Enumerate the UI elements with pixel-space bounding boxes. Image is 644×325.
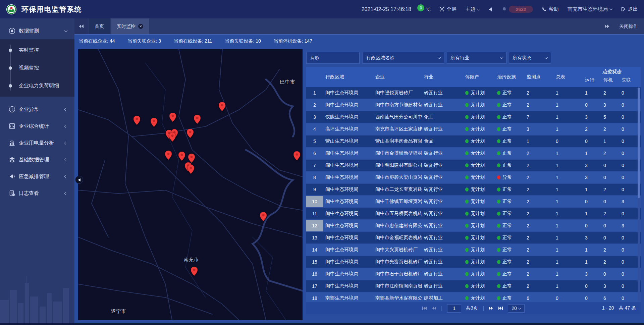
- table-row[interactable]: 2阆中生态环境局阆中市南方节能建材有砖瓦行业无计划正常21030: [306, 99, 641, 111]
- cell-text: 0: [603, 175, 606, 180]
- map-pin[interactable]: [169, 113, 176, 122]
- stats-bar: 当前在线企业:44当前失联企业:3当前在线设备:211当前失联设备:10当前停机…: [74, 34, 644, 48]
- table-row[interactable]: 1阆中生态环境局阆中强锐页岩砖厂砖瓦行业无计划正常21120: [306, 87, 641, 99]
- table-row[interactable]: 11阆中生态环境局阆中市五马桥页岩机砖砖瓦行业无计划正常21120: [306, 208, 641, 220]
- cell-text: 正常: [502, 199, 512, 205]
- cell-text: 无计划: [471, 150, 485, 156]
- cell-region: 阆中生态环境局: [323, 208, 373, 219]
- prev-page-button[interactable]: [432, 306, 436, 310]
- map-pin[interactable]: [165, 151, 172, 160]
- bullet-dot-icon: [9, 49, 12, 52]
- cell-run: 1: [583, 244, 601, 256]
- map-pin[interactable]: [260, 212, 267, 221]
- cell-n: 9: [306, 184, 323, 195]
- cell-n: 14: [306, 244, 323, 256]
- logout-button[interactable]: 退出: [621, 6, 638, 12]
- sidebar-item-power-analysis[interactable]: 企业用电量分析: [0, 134, 74, 151]
- tab-close-icon[interactable]: ✕: [138, 24, 143, 29]
- sidebar-item-enterprise-stats[interactable]: 企业综合统计: [0, 118, 74, 134]
- cell-text: 无计划: [471, 259, 485, 265]
- speaker-muted-icon[interactable]: [488, 7, 493, 12]
- map-pin[interactable]: [178, 152, 185, 161]
- help-button[interactable]: 帮助: [542, 6, 559, 12]
- cell-text: 2: [603, 211, 606, 216]
- cell-n: 1: [306, 87, 323, 99]
- fullscreen-button[interactable]: 全屏: [439, 6, 457, 12]
- next-page-button[interactable]: [489, 306, 493, 310]
- first-page-button[interactable]: [422, 306, 427, 310]
- table-row[interactable]: 4高坪生态环境局南充市高坪区王家店建砖瓦行业无计划正常31220: [306, 123, 641, 136]
- page-input[interactable]: [447, 304, 461, 313]
- table-row[interactable]: 10阆中生态环境局阆中千佛镇五郎垭页岩砖瓦行业无计划正常21003: [306, 196, 641, 208]
- scrollbar-thumb[interactable]: [638, 88, 640, 198]
- table-row[interactable]: 8阆中生态环境局阆中市枣碧大梁山页岩砖瓦行业无计划异常21300: [306, 172, 641, 184]
- tab-realtime-monitor[interactable]: 实时监控✕: [111, 18, 149, 34]
- tab-home[interactable]: 首页: [89, 18, 110, 34]
- cell-text: 1: [585, 259, 588, 265]
- cell-limit: 无计划: [463, 123, 495, 135]
- sidebar-item-video-monitor[interactable]: 视频监控: [0, 59, 74, 77]
- table-scrollbar[interactable]: [638, 88, 640, 302]
- cell-monitor: 2: [525, 220, 554, 231]
- sidebar-item-enterprise-abnormal[interactable]: 企业异常: [0, 101, 74, 118]
- map-pin[interactable]: [188, 154, 195, 163]
- table-row[interactable]: 12阆中生态环境局阆中市忠信建材有限公砖瓦行业无计划正常21003: [306, 220, 641, 232]
- sidebar-item-log-view[interactable]: 日志查看: [0, 185, 74, 202]
- table-row[interactable]: 15阆中生态环境局阆中市光富页岩机砖厂砖瓦行业无计划正常21120: [306, 256, 641, 268]
- theme-dropdown[interactable]: 主题: [465, 6, 480, 12]
- sidebar-submenu: 实时监控视频监控企业电力负荷明细: [0, 39, 74, 97]
- map-pin[interactable]: [187, 165, 194, 174]
- cell-text: 0: [603, 235, 606, 240]
- notification-button[interactable]: 2632: [502, 6, 533, 13]
- map-pin[interactable]: [133, 116, 140, 125]
- map-pin[interactable]: [151, 118, 157, 127]
- app-root: 环保用电监管系统 2021-02-25 17:46:18 0 ℃ 全屏 主题: [0, 0, 644, 325]
- close-operations-button[interactable]: 关闭操作: [619, 23, 638, 30]
- sidebar-item-base-data[interactable]: 基础数据管理: [0, 151, 74, 168]
- cell-company: 阆中大兴页岩机砖厂: [373, 244, 422, 256]
- cell-company: 阆中市金博瑞新型墙材: [373, 148, 422, 159]
- sidebar-item-power-load-detail[interactable]: 企业电力负荷明细: [0, 77, 74, 95]
- sidebar-item-label: 应急减排管理: [19, 173, 49, 180]
- table-row[interactable]: 13阆中生态环境局阆中市金福旺页岩机砖砖瓦行业无计划正常21300: [306, 232, 641, 244]
- table-row[interactable]: 16阆中生态环境局阆中市石子页岩机砖厂砖瓦行业无计划正常21300: [306, 268, 641, 280]
- cell-text: 1: [556, 211, 558, 216]
- industry-select[interactable]: 所有行业: [447, 52, 506, 64]
- region-select[interactable]: 行政区域名称: [363, 52, 444, 64]
- sidebar-item-data-monitoring[interactable]: 数据监测: [0, 22, 74, 39]
- map-pin[interactable]: [219, 102, 225, 111]
- table-row[interactable]: 5营山生态环境局营山县润丰肉食品有限食品无计划正常10010: [306, 136, 641, 148]
- table-row[interactable]: 3仪陇生态环境局西南油气田分公司川中化工无计划正常71350: [306, 111, 641, 123]
- double-chevron-left-icon: [78, 24, 84, 29]
- tabs-scroll-right-button[interactable]: [604, 24, 610, 29]
- cell-text: 1: [556, 163, 558, 168]
- tabs-scroll-left-button[interactable]: [74, 18, 88, 34]
- cell-facility: 正常: [495, 136, 525, 147]
- map-pin[interactable]: [187, 129, 194, 138]
- map-pin[interactable]: [194, 115, 201, 124]
- table-row[interactable]: 6阆中生态环境局阆中市金博瑞新型墙材砖瓦行业无计划正常21120: [306, 148, 641, 160]
- map-pin[interactable]: [169, 132, 176, 142]
- org-dropdown[interactable]: 南充市生态环境局: [568, 6, 612, 12]
- sidebar-item-realtime-monitor[interactable]: 实时监控: [0, 41, 74, 59]
- cell-monitor: 2: [525, 244, 554, 256]
- status-dot-icon: [497, 200, 500, 204]
- map-canvas[interactable]: 巴中市南充市遂宁市: [78, 49, 303, 320]
- table-row[interactable]: 7阆中生态环境局阆中明阳建材有限公司砖瓦行业无计划正常21300: [306, 160, 641, 172]
- cell-company: 阆中市五马桥页岩机砖: [373, 208, 422, 219]
- last-page-button[interactable]: [498, 306, 503, 310]
- table-row[interactable]: 18南部生态环境局南部县新华水泥有限公建材加工无计划正常60060: [306, 292, 641, 302]
- tab-actions: 关闭操作: [604, 18, 644, 34]
- table-row[interactable]: 9阆中生态环境局阆中市二龙长宝页岩砖砖瓦行业无计划正常21120: [306, 184, 641, 196]
- page-size-select[interactable]: 20: [508, 304, 525, 313]
- status-select[interactable]: 所有状态: [509, 52, 551, 64]
- map-pin[interactable]: [293, 151, 300, 160]
- table-row[interactable]: 14阆中生态环境局阆中大兴页岩机砖厂砖瓦行业无计划正常21120: [306, 244, 641, 256]
- table-row[interactable]: 17阆中生态环境局阆中市江南镇阆南页岩砖瓦行业无计划正常21030: [306, 280, 641, 292]
- map-pin[interactable]: [191, 267, 198, 276]
- name-search-input[interactable]: [306, 52, 360, 64]
- sidebar-item-emergency-reduction[interactable]: 应急减排管理: [0, 168, 74, 185]
- map-collapse-handle[interactable]: [75, 176, 83, 184]
- cell-text: 1: [556, 283, 558, 289]
- cell-facility: 正常: [495, 268, 525, 280]
